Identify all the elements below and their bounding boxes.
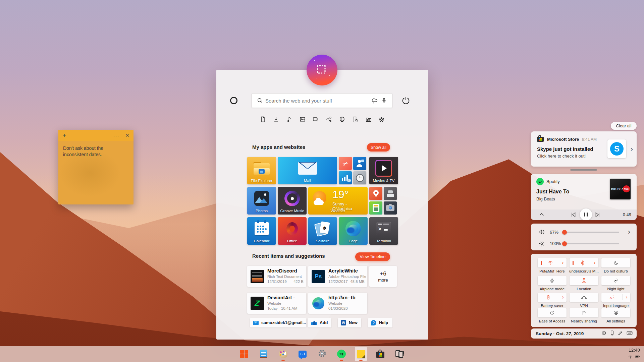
music-icon[interactable] — [285, 115, 294, 124]
tile-office[interactable]: Office — [278, 217, 307, 245]
start-button[interactable] — [238, 347, 250, 361]
visual-search-icon[interactable] — [370, 96, 379, 105]
taskbar-sticky-notes[interactable] — [355, 347, 367, 361]
more-items-card[interactable]: +6 more — [369, 266, 397, 287]
date-bar[interactable]: Sunday · Oct. 27, 2019 — [531, 328, 637, 339]
pen-icon[interactable] — [618, 330, 623, 337]
add-button[interactable]: Add — [308, 318, 331, 327]
library-search-icon[interactable] — [351, 115, 360, 124]
ease-of-access-tile[interactable]: Ease of Access — [538, 308, 567, 323]
input-language-tile[interactable]: A› Input language — [601, 293, 630, 308]
tile-solitaire[interactable]: ♠ Solitaire — [308, 217, 337, 245]
settings-icon[interactable] — [377, 115, 386, 124]
tile-movies-tv[interactable]: Movies & TV — [369, 157, 398, 184]
recent-item[interactable]: http://xn--tb Website 01/03/2020 — [308, 293, 367, 314]
location-tile[interactable]: Location — [570, 276, 598, 291]
web-icon[interactable] — [338, 115, 346, 124]
all-settings-tile[interactable]: All settings — [601, 308, 630, 323]
taskbar-paint[interactable] — [277, 347, 289, 361]
sticky-note-text[interactable]: Don't ask about the inconsistent dates. — [58, 141, 133, 162]
new-note-icon[interactable]: + — [62, 132, 66, 139]
tile-photos[interactable]: Photos — [247, 187, 276, 215]
volume-expand-icon[interactable]: › — [628, 228, 631, 236]
downloads-icon[interactable] — [272, 115, 280, 124]
next-track-icon[interactable] — [595, 212, 600, 219]
notification-drag-handle[interactable] — [570, 169, 597, 171]
share-icon[interactable] — [325, 115, 333, 124]
note-menu-icon[interactable]: ··· — [113, 133, 119, 138]
tile-edge[interactable]: Edge — [339, 217, 368, 245]
wifi-expand-icon[interactable]: › — [559, 260, 567, 266]
bluetooth-expand-icon[interactable]: › — [591, 260, 598, 266]
tile-people[interactable] — [353, 157, 366, 170]
volume-icon[interactable] — [538, 229, 545, 236]
notification-card[interactable]: Microsoft Store 8:41 AM Skype just got i… — [531, 131, 637, 167]
airplane-mode-tile[interactable]: Airplane mode — [538, 276, 567, 291]
keyboard-icon[interactable] — [627, 330, 633, 337]
spotify-taskbar-icon — [337, 350, 346, 358]
language-expand-icon[interactable]: › — [623, 294, 630, 300]
brightness-slider[interactable] — [565, 243, 619, 244]
taskbar-feedback[interactable]: :-) — [297, 347, 309, 361]
focus-record-icon[interactable] — [601, 330, 606, 337]
recent-item[interactable]: Z DeviantArt - Website Today - 10:41 AM — [247, 293, 306, 314]
battery-saver-tile[interactable]: › Battery saver — [538, 293, 567, 308]
search-bar[interactable] — [252, 93, 392, 108]
recent-item[interactable]: Ps AcrylicWhite Adobe Photoshop File 12/… — [308, 266, 367, 287]
tile-groove-music[interactable]: Groove Music — [278, 187, 307, 215]
bluetooth-tile[interactable]: › underscor3's M... — [570, 258, 598, 273]
taskbar-task-view[interactable] — [394, 347, 406, 361]
sun-cloud-icon — [312, 191, 328, 206]
do-not-disturb-tile[interactable]: Do not disturb — [601, 258, 630, 273]
videos-icon[interactable] — [311, 115, 320, 124]
previous-track-icon[interactable] — [571, 212, 576, 219]
notification-expand-icon[interactable]: › — [630, 145, 633, 153]
tile-snip[interactable]: ✂ — [339, 157, 352, 170]
show-all-button[interactable]: Show all — [367, 143, 390, 152]
windows-logo-icon — [240, 350, 248, 358]
account-button[interactable]: samozsidek1@gmail... — [250, 318, 306, 327]
tile-mail[interactable]: Mail — [278, 157, 337, 184]
tile-terminal[interactable]: > Terminal — [369, 217, 398, 245]
battery-expand-icon[interactable]: › — [559, 294, 567, 300]
mic-icon[interactable] — [379, 96, 389, 105]
wifi-tile[interactable]: › Puf&Muf_Hore — [538, 258, 567, 273]
battery-status-icon[interactable] — [635, 354, 640, 360]
network-status-icon[interactable] — [628, 354, 633, 360]
sticky-note[interactable]: + ··· ✕ Don't ask about the inconsistent… — [58, 130, 133, 204]
taskbar-store[interactable] — [374, 347, 386, 361]
new-document-button[interactable]: W New — [338, 318, 361, 327]
power-button[interactable] — [400, 95, 411, 106]
brightness-icon[interactable] — [538, 240, 545, 248]
search-input[interactable] — [265, 98, 370, 104]
documents-icon[interactable] — [259, 115, 267, 124]
recent-item[interactable]: MorcDiscord Rich Text Document 12/31/201… — [247, 266, 306, 287]
night-light-tile[interactable]: Night light — [601, 276, 630, 291]
tile-maps[interactable] — [369, 187, 382, 200]
help-button[interactable]: ? Help — [368, 318, 392, 327]
tile-camera[interactable] — [384, 201, 397, 215]
assistant-ring-icon[interactable] — [230, 97, 237, 104]
tile-calculator[interactable] — [369, 201, 382, 215]
collapse-icon[interactable] — [539, 212, 544, 218]
view-timeline-button[interactable]: View Timeline — [355, 252, 390, 261]
pictures-icon[interactable] — [298, 115, 307, 124]
network-folder-icon[interactable] — [364, 115, 373, 124]
taskbar-notepad[interactable] — [258, 347, 270, 361]
tile-scanner[interactable] — [384, 187, 397, 200]
phone-icon[interactable] — [610, 330, 614, 337]
vpn-tile[interactable]: VPN — [570, 293, 598, 308]
tile-calendar[interactable]: Calendar — [247, 217, 276, 245]
clear-all-button[interactable]: Clear all — [611, 122, 637, 130]
note-close-icon[interactable]: ✕ — [125, 132, 129, 138]
tile-stocks[interactable]: + — [339, 171, 352, 184]
taskbar-clock[interactable]: 12:40 — [628, 348, 640, 360]
pause-button[interactable] — [580, 208, 592, 220]
tile-alarms[interactable] — [353, 171, 366, 184]
tile-weather[interactable]: 19° Sunny - Oščadnica Weather — [308, 187, 368, 215]
taskbar-settings[interactable] — [316, 347, 328, 361]
nearby-sharing-tile[interactable]: Nearby sharing — [570, 308, 598, 323]
volume-slider[interactable] — [565, 232, 619, 233]
tile-file-explorer[interactable]: File Explorer — [247, 157, 276, 184]
taskbar-spotify[interactable] — [335, 347, 347, 361]
